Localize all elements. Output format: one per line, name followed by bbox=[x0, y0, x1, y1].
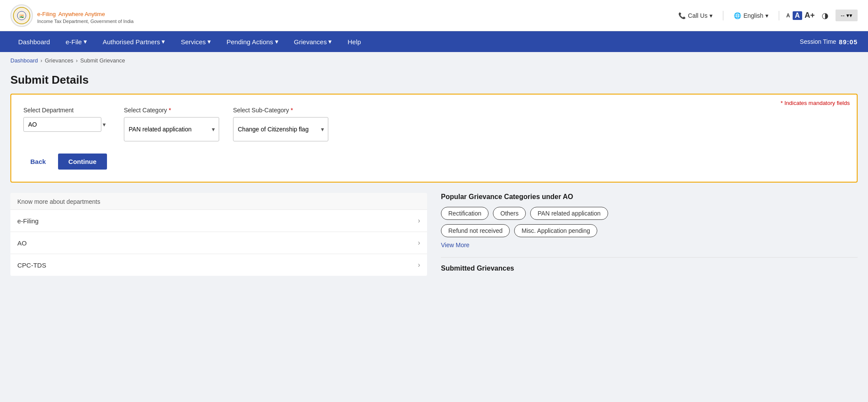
tag-pan-related[interactable]: PAN related application bbox=[530, 207, 608, 220]
breadcrumb-sep-1: › bbox=[41, 58, 42, 64]
category-select-wrapper: PAN related application Rectification Re… bbox=[124, 117, 219, 141]
tag-refund[interactable]: Refund not received bbox=[441, 224, 510, 237]
nav-pending-actions[interactable]: Pending Actions ▾ bbox=[219, 31, 286, 52]
category-group: Select Category * PAN related applicatio… bbox=[124, 107, 219, 141]
tag-misc[interactable]: Misc. Application pending bbox=[514, 224, 597, 237]
nav-services[interactable]: Services ▾ bbox=[173, 31, 219, 52]
logo-text: e-Filing Anywhere Anytime Income Tax Dep… bbox=[37, 7, 133, 24]
globe-icon: 🌐 bbox=[734, 12, 741, 19]
grievances-dropdown-icon: ▾ bbox=[328, 38, 332, 46]
emblem-icon: 🇮🇳 bbox=[10, 4, 33, 27]
popular-title: Popular Grievance Categories under AO bbox=[441, 193, 858, 201]
font-large-button[interactable]: A+ bbox=[805, 11, 815, 20]
logo-efiling-text: e-Filing Anywhere Anytime bbox=[37, 7, 133, 19]
bottom-section: Know more about departments e-Filing › A… bbox=[10, 193, 858, 276]
efile-dropdown-icon: ▾ bbox=[84, 38, 87, 46]
font-medium-button[interactable]: A bbox=[793, 11, 802, 20]
continue-button[interactable]: Continue bbox=[58, 154, 107, 170]
language-button[interactable]: 🌐 English ▾ bbox=[730, 10, 772, 21]
divider-2 bbox=[779, 11, 779, 20]
nav-dashboard[interactable]: Dashboard bbox=[10, 31, 58, 52]
logo-area: 🇮🇳 e-Filing Anywhere Anytime Income Tax … bbox=[10, 4, 133, 27]
breadcrumb-area: Dashboard › Grievances › Submit Grievanc… bbox=[0, 52, 868, 69]
page-title: Submit Details bbox=[10, 73, 858, 87]
partners-dropdown-icon: ▾ bbox=[162, 38, 165, 46]
session-timer: 89:05 bbox=[839, 38, 858, 46]
user-dropdown-icon: ▾▾ bbox=[846, 12, 852, 19]
logo-subtitle: Income Tax Department, Government of Ind… bbox=[37, 19, 133, 24]
dept-list-container: Know more about departments e-Filing › A… bbox=[10, 193, 427, 276]
subcategory-select-wrapper: Change of Citizenship flag bbox=[233, 117, 328, 141]
category-label: Select Category * bbox=[124, 107, 219, 114]
category-required-star: * bbox=[169, 107, 171, 114]
dept-select[interactable]: AO e-Filing CPC-TDS bbox=[23, 117, 101, 132]
nav-help[interactable]: Help bbox=[340, 31, 369, 52]
font-size-controls: A A A+ bbox=[786, 11, 815, 20]
breadcrumb-dashboard[interactable]: Dashboard bbox=[10, 57, 38, 64]
dept-select-wrapper: AO e-Filing CPC-TDS bbox=[23, 117, 110, 132]
nav-authorised-partners[interactable]: Authorised Partners ▾ bbox=[95, 31, 173, 52]
subcategory-group: Select Sub-Category * Change of Citizens… bbox=[233, 107, 328, 141]
phone-icon: 📞 bbox=[678, 12, 686, 19]
svg-text:🇮🇳: 🇮🇳 bbox=[19, 14, 24, 18]
contrast-button[interactable]: ◑ bbox=[822, 11, 829, 20]
chevron-cpctds-icon: › bbox=[418, 261, 420, 269]
session-info: Session Time 89:05 bbox=[800, 38, 858, 46]
breadcrumb-sep-2: › bbox=[76, 58, 78, 64]
form-card: * Indicates mandatory fields Select Depa… bbox=[10, 94, 858, 183]
tag-rectification[interactable]: Rectification bbox=[441, 207, 489, 220]
session-label: Session Time bbox=[800, 38, 836, 45]
user-menu-button[interactable]: -- ▾▾ bbox=[836, 10, 858, 21]
chevron-ao-icon: › bbox=[418, 239, 420, 247]
dept-item-cpctds[interactable]: CPC-TDS › bbox=[10, 254, 427, 276]
dept-item-efiling[interactable]: e-Filing › bbox=[10, 209, 427, 232]
submitted-grievances-title: Submitted Grievances bbox=[441, 257, 858, 272]
subcategory-required-star: * bbox=[291, 107, 293, 114]
nav-links: Dashboard e-File ▾ Authorised Partners ▾… bbox=[10, 31, 369, 52]
font-small-button[interactable]: A bbox=[786, 13, 790, 19]
header-right: 📞 Call Us ▾ 🌐 English ▾ A A A+ ◑ -- ▾▾ bbox=[675, 10, 858, 21]
pending-dropdown-icon: ▾ bbox=[275, 38, 279, 46]
dept-item-ao[interactable]: AO › bbox=[10, 232, 427, 254]
lang-dropdown-icon: ▾ bbox=[765, 12, 768, 19]
breadcrumb-grievances: Grievances bbox=[45, 57, 74, 64]
dept-label: Select Department bbox=[23, 107, 110, 114]
breadcrumb-submit-grievance: Submit Grievance bbox=[80, 57, 125, 64]
top-header: 🇮🇳 e-Filing Anywhere Anytime Income Tax … bbox=[0, 0, 868, 31]
divider-1 bbox=[723, 11, 723, 20]
chevron-efiling-icon: › bbox=[418, 217, 420, 225]
services-dropdown-icon: ▾ bbox=[207, 38, 211, 46]
popular-container: Popular Grievance Categories under AO Re… bbox=[441, 193, 858, 272]
form-actions: Back Continue bbox=[23, 154, 845, 170]
category-select[interactable]: PAN related application Rectification Re… bbox=[124, 117, 219, 141]
tag-others[interactable]: Others bbox=[493, 207, 526, 220]
subcategory-label: Select Sub-Category * bbox=[233, 107, 328, 114]
back-button[interactable]: Back bbox=[23, 154, 53, 169]
call-dropdown-icon: ▾ bbox=[709, 12, 713, 19]
nav-efile[interactable]: e-File ▾ bbox=[58, 31, 95, 52]
main-content: Submit Details * Indicates mandatory fie… bbox=[0, 69, 868, 286]
tags-row-2: Refund not received Misc. Application pe… bbox=[441, 224, 858, 237]
department-group: Select Department AO e-Filing CPC-TDS bbox=[23, 107, 110, 132]
view-more-link[interactable]: View More bbox=[441, 242, 858, 248]
tags-row-1: Rectification Others PAN related applica… bbox=[441, 207, 858, 220]
mandatory-note: * Indicates mandatory fields bbox=[781, 100, 850, 106]
nav-grievances[interactable]: Grievances ▾ bbox=[286, 31, 340, 52]
form-row: Select Department AO e-Filing CPC-TDS Se… bbox=[23, 107, 845, 141]
dept-list-title: Know more about departments bbox=[10, 193, 427, 209]
call-us-button[interactable]: 📞 Call Us ▾ bbox=[675, 10, 716, 21]
subcategory-select[interactable]: Change of Citizenship flag bbox=[233, 117, 328, 141]
breadcrumb: Dashboard › Grievances › Submit Grievanc… bbox=[10, 57, 858, 64]
nav-bar: Dashboard e-File ▾ Authorised Partners ▾… bbox=[0, 31, 868, 52]
popular-area: Popular Grievance Categories under AO Re… bbox=[441, 193, 858, 272]
dept-list-area: Know more about departments e-Filing › A… bbox=[10, 193, 427, 276]
